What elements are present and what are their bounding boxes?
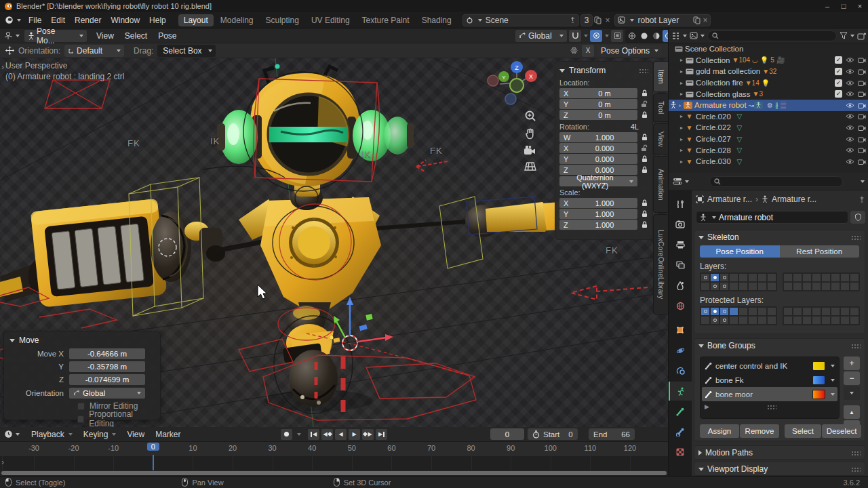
disable-render-camera-icon[interactable] — [858, 159, 866, 165]
tab-object-data-armature-icon[interactable] — [669, 382, 692, 401]
bone-group-color-swatch[interactable] — [812, 361, 825, 371]
bone-groups-title[interactable]: Bone Groups — [707, 341, 755, 350]
add-bone-group-button[interactable]: + — [844, 357, 860, 370]
hide-eye-icon[interactable] — [846, 68, 854, 75]
location-y-field[interactable]: Y0 m — [559, 99, 637, 109]
auto-keying-record-button[interactable] — [281, 429, 292, 440]
blender-menu-button[interactable] — [0, 16, 24, 24]
shading-wireframe-icon[interactable] — [626, 30, 638, 42]
panel-grip[interactable] — [851, 467, 861, 472]
workspace-tab-texture-paint[interactable]: Texture Paint — [357, 14, 415, 26]
collapse-icon[interactable] — [9, 339, 15, 342]
tab-view-layer-icon[interactable] — [669, 256, 692, 274]
deselect-button[interactable]: Deselect — [822, 424, 861, 438]
playback-menu[interactable]: Playback — [26, 430, 73, 439]
minimize-button[interactable]: – — [819, 2, 835, 10]
lock-icon[interactable] — [642, 199, 648, 207]
view-menu[interactable]: View — [121, 430, 150, 439]
expand-icon[interactable]: ▸ — [678, 91, 685, 97]
outliner-row-circle-022[interactable]: ▸ ▼ Circle.022 ▽ — [669, 122, 868, 134]
disable-render-camera-icon[interactable] — [858, 57, 866, 63]
move-tool-icon[interactable] — [5, 46, 14, 55]
scale-x-field[interactable]: X1.000 — [559, 198, 637, 208]
timeline-channel-area[interactable]: › — [0, 456, 668, 470]
viewport-canvas[interactable]: › User Perspective (0) Armature robot : … — [0, 58, 668, 427]
outliner-row-gold-mat-collection[interactable]: ▸ gold mat collection ▼32 ✓ — [669, 66, 868, 77]
copy-scene-icon[interactable] — [594, 16, 601, 24]
move-group-up-button[interactable]: ▲ — [844, 405, 860, 419]
menu-edit[interactable]: Edit — [46, 16, 70, 25]
outliner-row-collection-glass[interactable]: ▸ Collection glass ▼3 ✓ — [669, 88, 868, 100]
hide-eye-icon[interactable] — [846, 91, 854, 97]
menu-render[interactable]: Render — [70, 16, 106, 25]
close-button[interactable]: × — [852, 2, 868, 10]
tab-bone-icon[interactable] — [669, 402, 692, 421]
panel-grip[interactable] — [851, 344, 861, 348]
expand-icon[interactable]: ▸ — [678, 68, 685, 75]
bone-group-color-swatch[interactable] — [812, 375, 825, 385]
lock-icon[interactable] — [642, 134, 648, 141]
lock-icon[interactable] — [642, 221, 648, 228]
proportional-editing-checkbox[interactable] — [77, 415, 84, 423]
copy-view-layer-icon[interactable] — [693, 16, 701, 24]
workspace-tab-layout[interactable]: Layout — [178, 14, 214, 26]
bone-group-row[interactable]: bone Fk — [702, 373, 837, 387]
outliner-row-collection-fire[interactable]: ▸ Collection fire ▼14 💡 ✓ — [669, 77, 868, 89]
disable-render-camera-icon[interactable] — [858, 91, 866, 97]
expand-icon[interactable]: ▸ — [678, 159, 685, 165]
xray-toggle-icon[interactable] — [611, 30, 623, 42]
shading-material-icon[interactable] — [650, 30, 663, 42]
sidebar-tab-animation[interactable]: Animation — [653, 156, 668, 213]
panel-grip[interactable] — [851, 451, 861, 455]
tab-constraints-icon[interactable] — [669, 361, 692, 380]
bone-group-color-swatch[interactable] — [812, 390, 825, 399]
toolbar-expand-arrow[interactable]: › — [1, 62, 4, 72]
collapse-icon[interactable] — [698, 236, 704, 239]
unlink-scene-icon[interactable]: × — [605, 16, 610, 25]
mode-selector[interactable]: Pose Mo... — [24, 30, 87, 42]
tool-orientation-selector[interactable]: Default — [64, 45, 124, 57]
hide-eye-icon[interactable] — [846, 113, 854, 119]
sidebar-tab-tool[interactable]: Tool — [653, 94, 668, 122]
disable-render-camera-icon[interactable] — [858, 136, 866, 142]
menu-pose[interactable]: Pose — [153, 31, 182, 41]
play-button[interactable]: ▶ — [349, 429, 360, 440]
exclude-checkbox[interactable]: ✓ — [835, 56, 842, 64]
outliner-display-mode[interactable] — [671, 32, 687, 40]
sidebar-tab-item[interactable]: Item — [653, 61, 668, 92]
frame-start-field[interactable]: Start 0 — [528, 428, 578, 440]
sidebar-tab-view[interactable]: View — [653, 123, 668, 155]
workspace-tab-sculpting[interactable]: Sculpting — [260, 14, 304, 26]
properties-editor-type[interactable] — [673, 177, 689, 186]
outliner-search-input[interactable] — [707, 30, 837, 41]
timeline-scrollbar[interactable] — [1, 471, 667, 475]
tab-output-icon[interactable] — [669, 235, 692, 254]
rotation-w-field[interactable]: W1.000 — [559, 132, 637, 142]
rotation-x-field[interactable]: X0.000 — [559, 143, 637, 153]
pose-options-dropdown[interactable]: Pose Options — [597, 45, 662, 57]
zoom-icon[interactable] — [524, 110, 536, 122]
protected-layers-grid-left[interactable] — [700, 306, 777, 325]
menu-view[interactable]: View — [91, 31, 119, 41]
hide-eye-icon[interactable] — [846, 147, 854, 153]
move-x-field[interactable]: -0.64666 m — [69, 348, 145, 359]
hide-eye-icon[interactable] — [846, 136, 854, 142]
tab-world-icon[interactable] — [669, 296, 692, 315]
rest-position-button[interactable]: Rest Position — [780, 245, 860, 258]
hide-eye-icon[interactable] — [846, 159, 854, 165]
mirror-editing-checkbox[interactable] — [77, 403, 85, 410]
disable-render-camera-icon[interactable] — [858, 80, 866, 86]
frame-end-field[interactable]: End 66 — [589, 428, 635, 440]
scene-user-count[interactable]: 3 — [580, 14, 593, 26]
workspace-tab-modeling[interactable]: Modeling — [215, 14, 259, 26]
transform-orientation-selector[interactable]: Global — [515, 30, 567, 42]
tab-scene-icon[interactable] — [669, 276, 692, 295]
hide-eye-icon[interactable] — [846, 57, 854, 63]
maximize-button[interactable]: □ — [835, 2, 852, 10]
rotation-y-field[interactable]: Y0.000 — [559, 154, 637, 164]
list-resize-grip[interactable] — [767, 405, 776, 409]
pin-icon[interactable] — [859, 196, 865, 203]
hide-eye-icon[interactable] — [846, 102, 854, 108]
jump-to-end-button[interactable]: ▶ — [376, 429, 387, 440]
lock-icon[interactable] — [642, 210, 648, 218]
